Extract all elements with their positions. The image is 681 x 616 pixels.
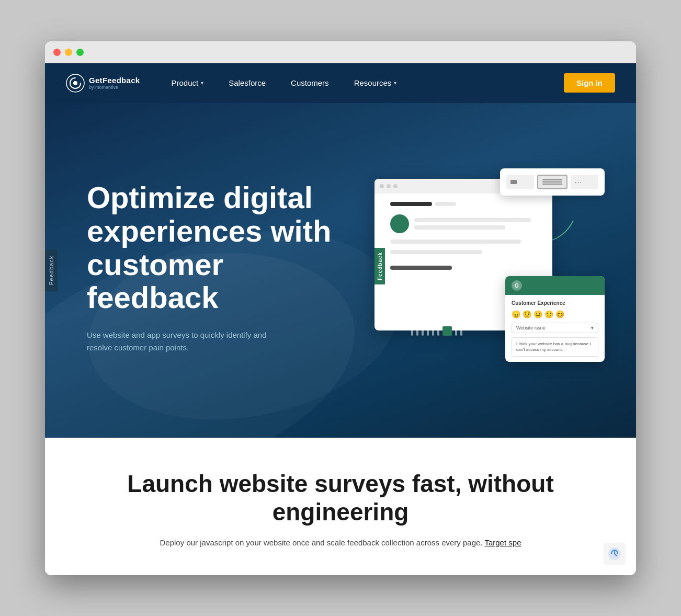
mock-main-row — [390, 214, 544, 233]
mock-dot-3 — [393, 184, 398, 188]
feedback-sidebar-tab[interactable]: Feedback — [45, 249, 58, 291]
mock-dot-2 — [387, 184, 391, 188]
browser-window: GetFeedback by momentive Product ▾ Sales… — [45, 41, 636, 575]
nav-customers[interactable]: Customers — [291, 78, 329, 87]
captcha-icon — [607, 546, 622, 561]
mock-avatar — [390, 214, 409, 233]
panel-line-3 — [542, 184, 562, 185]
carousel-dot-8 — [460, 326, 462, 336]
emoji-3: 😐 — [534, 310, 542, 318]
logo-text: GetFeedback by momentive — [89, 76, 140, 90]
close-dot[interactable] — [53, 49, 61, 56]
mock-line-5 — [390, 266, 452, 270]
mock-header-bar-2 — [435, 202, 456, 206]
svg-point-1 — [73, 81, 77, 85]
bottom-text: Deploy our javascript on your website on… — [87, 537, 594, 549]
cx-card-title: Customer Experience — [512, 300, 598, 306]
mockup-feedback-label: Feedback — [377, 252, 383, 280]
bottom-link[interactable]: Target spe — [484, 538, 521, 547]
cx-card-body: Customer Experience 😠 😟 😐 🙂 😊 Website is… — [505, 295, 605, 361]
captcha-widget — [604, 543, 626, 565]
nav-links: Product ▾ Salesforce Customers Resources… — [172, 78, 564, 87]
hero-section: Feedback Optimize digital experiences wi… — [45, 103, 636, 438]
logo-icon — [66, 74, 85, 93]
nav-customers-label: Customers — [291, 78, 329, 87]
bottom-title: Launch website surveys fast, without eng… — [87, 470, 594, 526]
nav-resources[interactable]: Resources ▾ — [354, 78, 397, 87]
feedback-sidebar-label: Feedback — [48, 255, 54, 284]
cx-emoji-row: 😠 😟 😐 🙂 😊 — [512, 310, 598, 318]
emoji-5: 😊 — [555, 310, 564, 318]
mock-header-lines — [390, 202, 544, 206]
cx-card: G Customer Experience 😠 😟 😐 🙂 😊 Website … — [505, 276, 605, 361]
browser-chrome — [45, 41, 636, 63]
cx-dropdown-label: Website issue — [516, 325, 546, 330]
maximize-dot[interactable] — [76, 49, 84, 56]
carousel-dot-1 — [411, 326, 413, 336]
panel-tab-lines — [542, 179, 562, 185]
carousel-dot-7 — [455, 326, 457, 336]
hero-title: Optimize digital experiences with custom… — [87, 181, 343, 314]
emoji-2: 😟 — [523, 310, 531, 318]
logo[interactable]: GetFeedback by momentive — [66, 74, 140, 93]
carousel-dot-6 — [437, 326, 439, 336]
emoji-4: 🙂 — [544, 310, 553, 318]
logo-name: GetFeedback — [89, 76, 140, 85]
panel-tab-icon-1 — [510, 180, 517, 184]
nav-salesforce-label: Salesforce — [229, 78, 266, 87]
carousel-dot-2 — [416, 326, 418, 336]
emoji-1: 😠 — [512, 310, 520, 318]
bottom-text-content: Deploy our javascript on your website on… — [160, 538, 483, 547]
mock-header-bar — [390, 202, 432, 206]
mockup-panel-top: ··· — [500, 168, 605, 196]
logo-sub: by momentive — [89, 85, 140, 90]
panel-tab-3: ··· — [571, 175, 598, 189]
mock-text-lines — [414, 218, 544, 230]
hero-illustration: Feedback — [364, 168, 605, 367]
hero-content: Optimize digital experiences with custom… — [87, 181, 343, 354]
panel-dots-icon: ··· — [575, 178, 583, 186]
panel-line-2 — [542, 181, 562, 182]
mock-line-4 — [390, 250, 482, 254]
mock-dot-1 — [380, 184, 384, 188]
cx-card-header: G — [505, 276, 605, 295]
sign-in-button[interactable]: Sign in — [564, 73, 615, 93]
mockup-browser-content — [374, 193, 552, 278]
mock-line-3 — [390, 239, 521, 244]
panel-tab-2 — [537, 175, 567, 189]
mock-line-1 — [414, 218, 531, 222]
cx-textarea-text: I think your website has a bug because I… — [516, 341, 591, 352]
nav-product[interactable]: Product ▾ — [172, 78, 204, 87]
nav-product-label: Product — [172, 78, 199, 87]
bottom-section: Launch website surveys fast, without eng… — [45, 438, 636, 575]
nav-resources-label: Resources — [354, 78, 392, 87]
carousel-dot-active[interactable] — [442, 326, 452, 336]
panel-tab-1 — [506, 175, 534, 189]
product-chevron-icon: ▾ — [201, 80, 203, 86]
nav-salesforce[interactable]: Salesforce — [229, 78, 266, 87]
cx-logo-letter: G — [515, 283, 519, 289]
cx-logo-icon: G — [512, 280, 522, 291]
cx-dropdown-chevron: ▾ — [591, 325, 594, 330]
carousel-dots — [411, 326, 462, 336]
cx-dropdown[interactable]: Website issue ▾ — [512, 323, 598, 333]
minimize-dot[interactable] — [65, 49, 72, 56]
carousel-dot-5 — [432, 326, 434, 336]
carousel-dot-4 — [427, 326, 429, 336]
resources-chevron-icon: ▾ — [394, 80, 396, 86]
mockup-feedback-tab: Feedback — [374, 248, 385, 284]
panel-line-1 — [542, 179, 562, 180]
hero-subtitle: Use website and app surveys to quickly i… — [87, 329, 286, 354]
navbar: GetFeedback by momentive Product ▾ Sales… — [45, 63, 636, 103]
mock-line-2 — [414, 225, 505, 230]
cx-textarea: I think your website has a bug because I… — [512, 337, 598, 356]
carousel-dot-3 — [422, 326, 424, 336]
